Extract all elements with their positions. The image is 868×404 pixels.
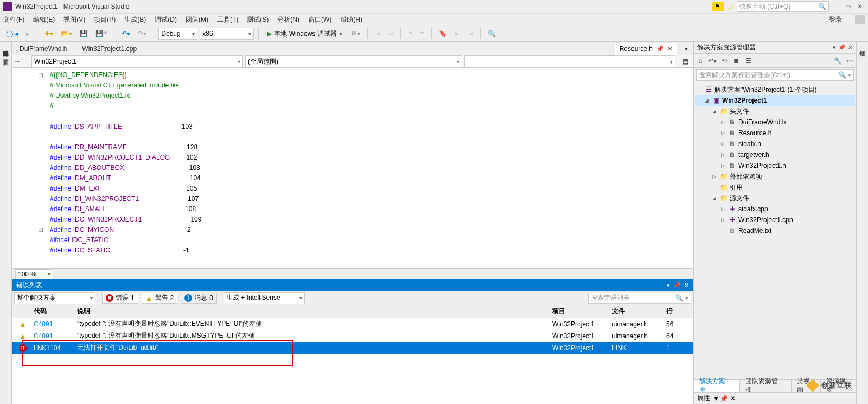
- undo-button[interactable]: ↶▾: [119, 28, 133, 40]
- nav-back-button[interactable]: ◯ ◂: [3, 28, 21, 40]
- col-header-line[interactable]: 行: [666, 307, 693, 316]
- tree-file[interactable]: ▷✚Win32Project1.cpp: [695, 214, 855, 225]
- tab-resource-h[interactable]: Resource.h 📌 ✕: [615, 43, 677, 55]
- error-source-combo[interactable]: 生成 + IntelliSense▾: [224, 292, 305, 304]
- redo-button[interactable]: ↷▾: [135, 28, 149, 40]
- server-explorer-tab[interactable]: 服务器资源管理器: [1, 44, 11, 48]
- tree-solution-node[interactable]: ☰解决方案"Win32Project1"(1 个项目): [695, 84, 855, 95]
- save-all-button[interactable]: 💾⁺: [93, 28, 110, 40]
- collapse-all-icon[interactable]: ≣: [732, 56, 741, 65]
- close-tab-icon[interactable]: ✕: [667, 45, 673, 53]
- error-row[interactable]: ▲ C4091 "typedef ": 没有声明变量时忽略"DuiLib::EV…: [12, 318, 693, 330]
- close-panel-icon[interactable]: ✕: [848, 44, 853, 51]
- new-project-button[interactable]: ✚▾: [42, 28, 56, 40]
- user-avatar-icon[interactable]: [855, 15, 865, 24]
- tree-folder-refs[interactable]: 📁引用: [695, 182, 855, 193]
- menu-project[interactable]: 项目(P): [94, 15, 116, 24]
- close-panel-icon[interactable]: ✕: [684, 282, 689, 289]
- tab-team-explorer[interactable]: 团队资源管理...: [740, 380, 792, 392]
- menu-edit[interactable]: 编辑(E): [33, 15, 55, 24]
- tree-file[interactable]: ▷🗎Win32Project1.h: [695, 160, 855, 171]
- tab-solution-explorer[interactable]: 解决方案资...: [694, 380, 740, 392]
- notifications-flag-icon[interactable]: ⚑: [712, 2, 724, 11]
- tree-file[interactable]: ▷✚stdafx.cpp: [695, 204, 855, 214]
- col-header-file[interactable]: 文件: [612, 307, 666, 316]
- error-row[interactable]: ▲ C4091 "typedef ": 没有声明变量时忽略"DuiLib::MS…: [12, 330, 693, 342]
- col-header-project[interactable]: 项目: [552, 307, 612, 316]
- tab-win32project1cpp[interactable]: Win32Project1.cpp: [76, 43, 142, 55]
- scope-combo[interactable]: Win32Project1▾: [31, 55, 243, 67]
- indent-button[interactable]: ⇤: [452, 28, 463, 40]
- col-header-code[interactable]: 代码: [34, 307, 77, 316]
- tree-file[interactable]: ▷🗎stdafx.h: [695, 138, 855, 149]
- sync-icon[interactable]: ⟲: [720, 56, 729, 65]
- tree-folder-sources[interactable]: ◢📁源文件: [695, 193, 855, 204]
- tree-file[interactable]: 🗎ReadMe.txt: [695, 225, 855, 236]
- outline-column[interactable]: ⊟⊟: [38, 70, 43, 235]
- pin-icon[interactable]: 📌: [656, 45, 664, 53]
- save-button[interactable]: 💾: [77, 28, 91, 40]
- warnings-filter-button[interactable]: ▲警告 2: [142, 293, 178, 304]
- menu-debug[interactable]: 调试(D): [155, 15, 177, 24]
- maximize-button[interactable]: ▭: [843, 2, 853, 11]
- platform-combo[interactable]: x86▾: [200, 28, 254, 40]
- nav-prev-icon[interactable]: ↔: [14, 58, 21, 65]
- nav-forward-button[interactable]: ▸: [23, 28, 33, 40]
- tree-file[interactable]: ▷🗎DuiFrameWnd.h: [695, 117, 855, 128]
- comment-out-button[interactable]: ≡: [405, 28, 415, 40]
- debug-settings-button[interactable]: ⚙▾: [348, 28, 363, 40]
- menu-tools[interactable]: 工具(T): [217, 15, 238, 24]
- col-header-desc[interactable]: 说明: [77, 307, 552, 316]
- messages-filter-button[interactable]: i消息 0: [181, 293, 217, 304]
- menu-team[interactable]: 团队(M): [186, 15, 208, 24]
- properties-icon[interactable]: 🔧: [833, 56, 842, 65]
- tree-folder-extdep[interactable]: ▷📁外部依赖项: [695, 171, 855, 182]
- show-all-icon[interactable]: ☰: [744, 56, 752, 65]
- feedback-smile-icon[interactable]: ☺: [727, 2, 735, 11]
- toolbox-tab[interactable]: 工具箱: [1, 53, 11, 57]
- tree-file[interactable]: ▷🗎targetver.h: [695, 149, 855, 160]
- nav-combo-3[interactable]: ▾: [464, 55, 675, 67]
- pin-icon[interactable]: 📌: [720, 395, 728, 402]
- menu-test[interactable]: 测试(S): [247, 15, 269, 24]
- menu-file[interactable]: 文件(F): [3, 15, 24, 24]
- dropdown-icon[interactable]: ▾: [667, 282, 670, 289]
- solution-search-input[interactable]: 搜索解决方案资源管理器(Ctrl+;) 🔍 ▾: [696, 69, 854, 81]
- error-search-input[interactable]: 搜索错误列表 🔍 ▾: [588, 293, 691, 304]
- errors-filter-button[interactable]: ✖错误 1: [102, 293, 138, 304]
- step-into-button[interactable]: ⇥: [372, 28, 383, 40]
- error-code-link[interactable]: C4091: [34, 320, 53, 328]
- config-combo[interactable]: Debug▾: [158, 28, 197, 40]
- split-editor-button[interactable]: ▤: [680, 55, 691, 67]
- tab-duiframewnd[interactable]: DuiFrameWnd.h: [14, 43, 72, 55]
- back-icon[interactable]: ↶▾: [708, 56, 717, 65]
- find-button[interactable]: 🔍: [485, 28, 499, 40]
- close-button[interactable]: ✕: [855, 2, 865, 11]
- open-file-button[interactable]: 📂▾: [58, 28, 75, 40]
- dropdown-icon[interactable]: ▾: [714, 395, 718, 402]
- close-panel-icon[interactable]: ✕: [730, 395, 736, 402]
- zoom-combo[interactable]: 100 %▾: [15, 269, 53, 279]
- member-combo[interactable]: (全局范围)▾: [245, 55, 462, 67]
- minimize-button[interactable]: —: [831, 2, 841, 11]
- properties-tab[interactable]: 属性: [857, 44, 867, 48]
- outdent-button[interactable]: ⇥: [465, 28, 476, 40]
- error-code-link[interactable]: C4091: [34, 332, 53, 340]
- tree-project-node[interactable]: ◢▣Win32Project1: [695, 95, 855, 106]
- sign-in-link[interactable]: 登录: [829, 15, 842, 24]
- uncomment-button[interactable]: ≡: [417, 28, 427, 40]
- preview-icon[interactable]: ▭: [845, 56, 854, 65]
- menu-analyze[interactable]: 分析(N): [277, 15, 299, 24]
- code-editor[interactable]: ⊟⊟ //{{NO_DEPENDENCIES}} // Microsoft Vi…: [12, 68, 693, 268]
- dropdown-icon[interactable]: ▾: [833, 44, 836, 51]
- start-debug-button[interactable]: ▶ 本地 Windows 调试器 ▾: [263, 28, 346, 40]
- menu-build[interactable]: 生成(B): [124, 15, 146, 24]
- step-over-button[interactable]: ⤻: [385, 28, 396, 40]
- home-icon[interactable]: ⌂: [696, 56, 705, 65]
- error-code-link[interactable]: LNK1104: [34, 344, 61, 352]
- menu-help[interactable]: 帮助(H): [340, 15, 362, 24]
- error-scope-combo[interactable]: 整个解决方案▾: [14, 292, 95, 304]
- error-row-selected[interactable]: ✖ LNK1104 无法打开文件"DuiLib_ud.lib" Win32Pro…: [12, 342, 693, 354]
- tree-folder-headers[interactable]: ◢📁头文件: [695, 106, 855, 117]
- pin-icon[interactable]: 📌: [838, 44, 846, 51]
